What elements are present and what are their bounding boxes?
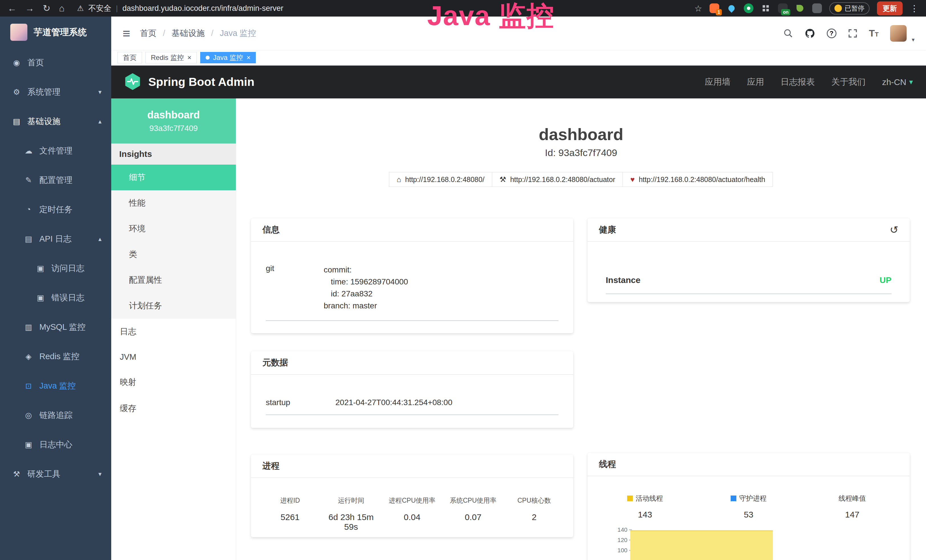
app-logo[interactable]: 芋道管理系统 (0, 17, 111, 48)
tab-redis-monitor[interactable]: Redis 监控 × (145, 52, 197, 64)
metadata-key: startup (266, 398, 335, 407)
avatar-caret-icon[interactable]: ▾ (912, 36, 915, 43)
warning-icon: ⚠ (77, 4, 83, 13)
legend-daemon-threads[interactable]: 守护进程 (697, 494, 800, 503)
document-icon: ▣ (35, 293, 45, 303)
sidebar-item-api-logs[interactable]: ▤ API 日志 ▴ (0, 224, 111, 254)
locale-select[interactable]: zh-CN ▾ (882, 77, 913, 87)
history-icon[interactable]: ↺ (890, 224, 898, 236)
sba-nav-applications[interactable]: 应用 (747, 76, 764, 88)
extension-icon-on-switch[interactable]: on (778, 3, 788, 13)
legend-live-threads[interactable]: 活动线程 (593, 494, 697, 503)
page-subtitle: Id: 93a3fc7f7409 (236, 147, 926, 158)
cloud-icon: ☁ (23, 146, 34, 156)
sba-item-config-props[interactable]: 配置属性 (111, 267, 236, 293)
sba-nav-about[interactable]: 关于我们 (831, 76, 865, 88)
breadcrumb-home[interactable]: 首页 (140, 29, 157, 38)
extension-icon-drop[interactable] (727, 3, 736, 13)
sidebar-item-infrastructure[interactable]: ▤ 基础设施 ▴ (0, 107, 111, 136)
info-key: git (266, 264, 324, 312)
sidebar-item-label: 日志中心 (39, 439, 73, 451)
url-text[interactable]: dashboard.yudao.iocoder.cn/infra/admin-s… (123, 4, 283, 13)
sidebar-item-label: 配置管理 (39, 175, 73, 186)
sidebar-item-access-logs[interactable]: ▣ 访问日志 (0, 254, 111, 283)
sidebar-item-scheduled-jobs[interactable]: ◔ 定时任务 (0, 195, 111, 224)
sba-item-scheduled-tasks[interactable]: 计划任务 (111, 293, 236, 319)
breadcrumb-infra[interactable]: 基础设施 (172, 29, 205, 38)
sba-navbar: Spring Boot Admin 应用墙 应用 日志报表 关于我们 zh-CN… (111, 66, 926, 98)
sba-nav-journal[interactable]: 日志报表 (781, 76, 815, 88)
extension-icon-green-circle[interactable] (744, 3, 754, 13)
sba-item-metrics[interactable]: 性能 (111, 190, 236, 216)
sidebar-item-mysql-monitor[interactable]: ▥ MySQL 监控 (0, 312, 111, 342)
instance-links: ⌂ http://192.168.0.2:48080/ ⚒ http://192… (236, 172, 926, 187)
document-icon: ▣ (23, 440, 34, 449)
sidebar-item-redis-monitor[interactable]: ◈ Redis 监控 (0, 342, 111, 371)
legend-swatch-blue (731, 495, 736, 501)
threads-card-title: 线程 (587, 453, 910, 476)
metadata-value: 2021-04-27T00:44:31.254+08:00 (335, 398, 558, 407)
home-icon[interactable]: ⌂ (59, 3, 65, 14)
update-button[interactable]: 更新 (877, 2, 903, 15)
fullscreen-icon[interactable] (848, 29, 858, 38)
instance-header[interactable]: dashboard 93a3fc7f7409 (111, 98, 236, 144)
health-url-button[interactable]: ♥ http://192.168.0.2:48080/actuator/heal… (623, 172, 773, 187)
sba-item-details[interactable]: 细节 (111, 165, 236, 190)
sidebar-item-home[interactable]: ◉ 首页 (0, 48, 111, 77)
sba-item-environment[interactable]: 环境 (111, 216, 236, 242)
sidebar-item-file-mgmt[interactable]: ☁ 文件管理 (0, 136, 111, 165)
tab-home[interactable]: 首页 (118, 52, 142, 64)
search-icon[interactable] (784, 29, 793, 38)
document-icon: ▤ (23, 235, 34, 244)
info-card-title: 信息 (251, 218, 573, 242)
sidebar-item-system-mgmt[interactable]: ⚙ 系统管理 ▾ (0, 77, 111, 107)
sidebar-item-config-mgmt[interactable]: ✎ 配置管理 (0, 165, 111, 195)
sba-item-caches[interactable]: 缓存 (111, 395, 236, 422)
sba-item-classes[interactable]: 类 (111, 242, 236, 267)
forward-icon[interactable]: → (25, 3, 34, 14)
bookmark-star-icon[interactable]: ☆ (694, 3, 702, 14)
sidebar-item-error-logs[interactable]: ▣ 错误日志 (0, 283, 111, 312)
browser-menu-icon[interactable]: ⋮ (910, 3, 918, 14)
close-icon[interactable]: × (247, 54, 250, 62)
sidebar-item-log-center[interactable]: ▣ 日志中心 (0, 430, 111, 459)
sba-item-jvm[interactable]: JVM (111, 345, 236, 369)
table-row[interactable]: Instance UP (606, 242, 891, 294)
reload-icon[interactable]: ↻ (43, 3, 50, 14)
address-bar[interactable]: ⚠ 不安全 | dashboard.yudao.iocoder.cn/infra… (77, 3, 283, 14)
help-icon[interactable]: ? (827, 29, 837, 38)
info-value: commit: time: 1596289704000 id: 27aa832 … (324, 264, 558, 312)
cards-grid: 信息 git commit: time: 1596289704000 id: 2… (236, 218, 926, 560)
sidebar-item-java-monitor[interactable]: ⊡ Java 监控 (0, 371, 111, 401)
extension-icon-grid[interactable] (761, 3, 770, 13)
sidebar-item-dev-tools[interactable]: ⚒ 研发工具 ▾ (0, 459, 111, 489)
hamburger-icon[interactable]: ≡ (123, 26, 130, 41)
service-url-button[interactable]: ⌂ http://192.168.0.2:48080/ (389, 172, 492, 187)
extension-icon-fox[interactable]: 1 (710, 3, 719, 13)
close-icon[interactable]: × (188, 54, 191, 62)
extensions-puzzle-icon[interactable] (812, 3, 822, 13)
sidebar-item-label: 访问日志 (51, 263, 85, 274)
user-avatar[interactable] (890, 25, 906, 42)
sidebar-item-label: Redis 监控 (39, 351, 79, 362)
github-icon[interactable] (805, 28, 816, 39)
tab-label: Java 监控 (213, 53, 243, 62)
sba-brand[interactable]: Spring Boot Admin (148, 75, 254, 89)
sba-nav-links: 应用墙 应用 日志报表 关于我们 zh-CN ▾ (705, 76, 913, 88)
sidebar-item-label: API 日志 (39, 233, 71, 245)
sba-item-mappings[interactable]: 映射 (111, 369, 236, 395)
sidebar-section-insights[interactable]: Insights (111, 144, 236, 165)
font-size-icon[interactable]: TT (869, 28, 879, 39)
threads-values: 143 53 147 (587, 510, 910, 519)
sba-nav-wallboard[interactable]: 应用墙 (705, 76, 730, 88)
sba-item-logs[interactable]: 日志 (111, 319, 236, 345)
sba-logo-icon (124, 73, 141, 91)
paused-chip[interactable]: 已暂停 (829, 2, 870, 15)
tab-java-monitor[interactable]: Java 监控 × (200, 52, 256, 64)
extension-icon-leaf[interactable] (795, 3, 805, 13)
back-icon[interactable]: ← (8, 3, 17, 14)
sidebar-item-tracing[interactable]: ◎ 链路追踪 (0, 401, 111, 430)
actuator-url-button[interactable]: ⚒ http://192.168.0.2:48080/actuator (492, 172, 623, 187)
home-icon: ⌂ (397, 175, 401, 184)
security-label[interactable]: 不安全 (88, 3, 111, 14)
